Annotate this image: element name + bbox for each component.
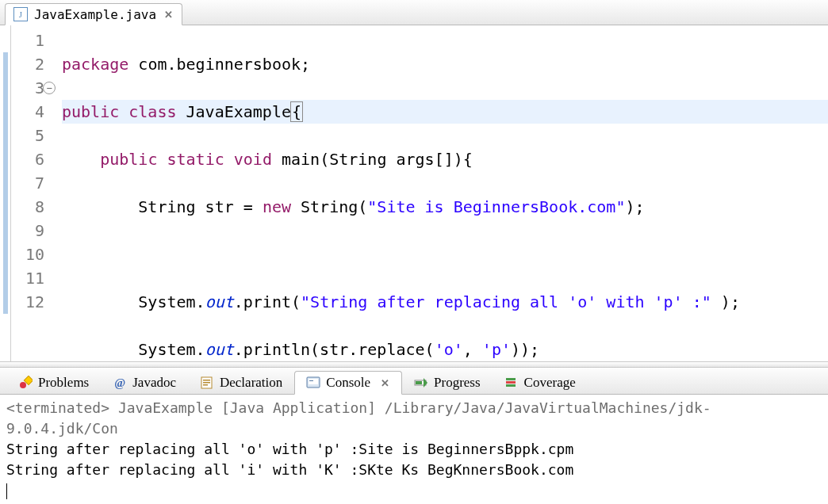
svg-rect-13: [506, 384, 516, 387]
console-process-header: <terminated> JavaExample [Java Applicati…: [6, 398, 822, 439]
svg-point-0: [20, 382, 26, 388]
java-file-icon: J: [13, 7, 28, 21]
tab-label: Console: [326, 375, 370, 391]
editor-tab-label: JavaExample.java: [34, 7, 156, 22]
code-line: package com.beginnersbook;: [62, 52, 828, 76]
tab-problems[interactable]: Problems: [6, 371, 101, 395]
tab-console[interactable]: Console ✕: [294, 371, 402, 395]
tab-declaration[interactable]: Declaration: [188, 371, 294, 395]
svg-rect-3: [203, 380, 210, 381]
coverage-icon: [504, 376, 519, 390]
declaration-icon: [200, 376, 214, 390]
console-view[interactable]: <terminated> JavaExample [Java Applicati…: [0, 395, 828, 504]
svg-rect-11: [506, 378, 516, 380]
code-line: String str = new String("Site is Beginne…: [62, 195, 828, 219]
tab-label: Declaration: [220, 375, 282, 391]
close-icon[interactable]: ✕: [163, 9, 174, 20]
eclipse-window: J JavaExample.java ✕ 1 2 3− 4 5: [0, 0, 828, 504]
code-line: System.out.println(str.replace('o', 'p')…: [62, 338, 828, 361]
javadoc-icon: @: [113, 376, 127, 390]
marker-strip: [0, 25, 11, 361]
code-line: public static void main(String args[]){: [62, 147, 828, 171]
code-line: [62, 242, 828, 266]
splitter[interactable]: [0, 361, 828, 368]
tab-label: Javadoc: [132, 375, 176, 391]
console-output-line: String after replacing all 'o' with 'p' …: [6, 439, 822, 460]
tab-label: Progress: [434, 375, 481, 391]
progress-icon: [414, 376, 428, 390]
console-icon: [306, 376, 320, 390]
tab-javadoc[interactable]: @ Javadoc: [101, 371, 188, 395]
code-area[interactable]: package com.beginnersbook; public class …: [51, 25, 828, 361]
editor-tabbar: J JavaExample.java ✕: [0, 0, 828, 25]
code-editor[interactable]: 1 2 3− 4 5 6 7 8 9 10 11 12 package com.…: [0, 25, 828, 361]
code-line: System.out.print("String after replacing…: [62, 290, 828, 314]
line-number-gutter: 1 2 3− 4 5 6 7 8 9 10 11 12: [11, 25, 51, 361]
tab-label: Coverage: [524, 375, 576, 391]
svg-rect-12: [506, 381, 516, 384]
console-cursor: [6, 480, 822, 501]
close-icon[interactable]: ✕: [379, 377, 390, 388]
svg-rect-10: [416, 381, 422, 384]
svg-rect-8: [309, 380, 313, 381]
tab-progress[interactable]: Progress: [402, 371, 493, 395]
tab-label: Problems: [38, 375, 89, 391]
editor-tab-javaexample[interactable]: J JavaExample.java ✕: [5, 3, 182, 25]
svg-rect-7: [309, 379, 318, 384]
svg-rect-5: [203, 384, 208, 386]
bottom-tabbar: Problems @ Javadoc Declaration Console ✕…: [0, 368, 828, 395]
code-line: public class JavaExample{: [62, 100, 828, 124]
problems-icon: [18, 376, 33, 390]
tab-coverage[interactable]: Coverage: [493, 371, 588, 395]
svg-rect-4: [203, 382, 210, 384]
console-output-line: String after replacing all 'i' with 'K' …: [6, 460, 822, 480]
